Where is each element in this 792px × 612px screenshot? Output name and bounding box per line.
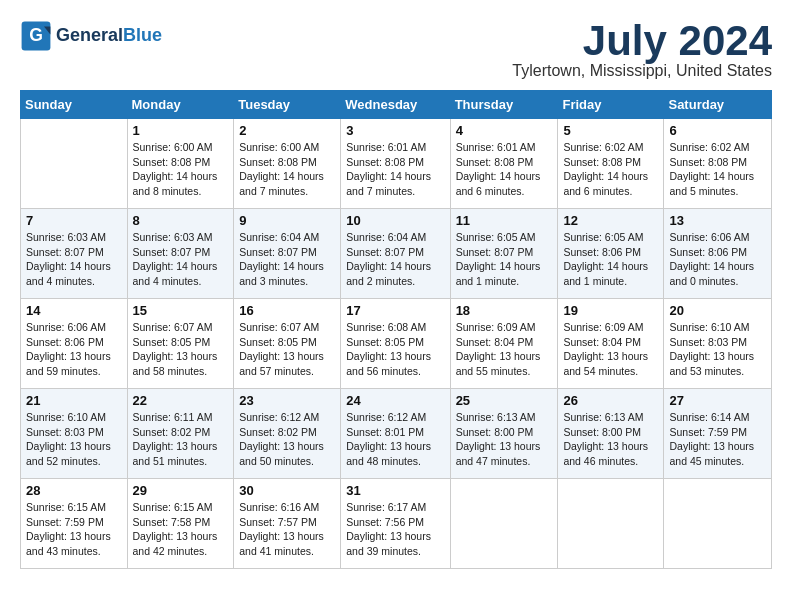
calendar-cell: 6Sunrise: 6:02 AMSunset: 8:08 PMDaylight… <box>664 119 772 209</box>
day-number: 8 <box>133 213 229 228</box>
day-number: 15 <box>133 303 229 318</box>
day-info: Sunrise: 6:13 AMSunset: 8:00 PMDaylight:… <box>456 410 553 469</box>
day-number: 10 <box>346 213 444 228</box>
day-info: Sunrise: 6:12 AMSunset: 8:01 PMDaylight:… <box>346 410 444 469</box>
day-number: 22 <box>133 393 229 408</box>
day-number: 6 <box>669 123 766 138</box>
calendar-cell <box>450 479 558 569</box>
page-header: G GeneralBlue July 2024 Tylertown, Missi… <box>20 20 772 80</box>
calendar-cell: 7Sunrise: 6:03 AMSunset: 8:07 PMDaylight… <box>21 209 128 299</box>
logo: G GeneralBlue <box>20 20 162 52</box>
calendar-week-4: 21Sunrise: 6:10 AMSunset: 8:03 PMDayligh… <box>21 389 772 479</box>
day-info: Sunrise: 6:05 AMSunset: 8:07 PMDaylight:… <box>456 230 553 289</box>
calendar-cell <box>664 479 772 569</box>
day-info: Sunrise: 6:05 AMSunset: 8:06 PMDaylight:… <box>563 230 658 289</box>
day-info: Sunrise: 6:01 AMSunset: 8:08 PMDaylight:… <box>456 140 553 199</box>
logo-text: GeneralBlue <box>56 26 162 46</box>
col-header-friday: Friday <box>558 91 664 119</box>
day-number: 21 <box>26 393 122 408</box>
calendar-cell: 22Sunrise: 6:11 AMSunset: 8:02 PMDayligh… <box>127 389 234 479</box>
calendar-cell: 20Sunrise: 6:10 AMSunset: 8:03 PMDayligh… <box>664 299 772 389</box>
day-number: 25 <box>456 393 553 408</box>
day-number: 9 <box>239 213 335 228</box>
day-info: Sunrise: 6:04 AMSunset: 8:07 PMDaylight:… <box>239 230 335 289</box>
month-title: July 2024 <box>512 20 772 62</box>
day-info: Sunrise: 6:11 AMSunset: 8:02 PMDaylight:… <box>133 410 229 469</box>
day-number: 4 <box>456 123 553 138</box>
calendar-cell: 24Sunrise: 6:12 AMSunset: 8:01 PMDayligh… <box>341 389 450 479</box>
calendar-cell: 1Sunrise: 6:00 AMSunset: 8:08 PMDaylight… <box>127 119 234 209</box>
calendar-week-2: 7Sunrise: 6:03 AMSunset: 8:07 PMDaylight… <box>21 209 772 299</box>
calendar-cell: 19Sunrise: 6:09 AMSunset: 8:04 PMDayligh… <box>558 299 664 389</box>
day-info: Sunrise: 6:15 AMSunset: 7:58 PMDaylight:… <box>133 500 229 559</box>
day-info: Sunrise: 6:02 AMSunset: 8:08 PMDaylight:… <box>563 140 658 199</box>
day-number: 29 <box>133 483 229 498</box>
calendar-cell: 23Sunrise: 6:12 AMSunset: 8:02 PMDayligh… <box>234 389 341 479</box>
day-number: 3 <box>346 123 444 138</box>
calendar-cell: 16Sunrise: 6:07 AMSunset: 8:05 PMDayligh… <box>234 299 341 389</box>
day-info: Sunrise: 6:03 AMSunset: 8:07 PMDaylight:… <box>26 230 122 289</box>
day-number: 19 <box>563 303 658 318</box>
location: Tylertown, Mississippi, United States <box>512 62 772 80</box>
day-number: 20 <box>669 303 766 318</box>
calendar-cell: 29Sunrise: 6:15 AMSunset: 7:58 PMDayligh… <box>127 479 234 569</box>
day-info: Sunrise: 6:12 AMSunset: 8:02 PMDaylight:… <box>239 410 335 469</box>
day-number: 24 <box>346 393 444 408</box>
day-number: 16 <box>239 303 335 318</box>
calendar-week-1: 1Sunrise: 6:00 AMSunset: 8:08 PMDaylight… <box>21 119 772 209</box>
day-info: Sunrise: 6:00 AMSunset: 8:08 PMDaylight:… <box>239 140 335 199</box>
col-header-tuesday: Tuesday <box>234 91 341 119</box>
col-header-wednesday: Wednesday <box>341 91 450 119</box>
calendar-cell: 18Sunrise: 6:09 AMSunset: 8:04 PMDayligh… <box>450 299 558 389</box>
day-info: Sunrise: 6:07 AMSunset: 8:05 PMDaylight:… <box>239 320 335 379</box>
day-number: 11 <box>456 213 553 228</box>
calendar-week-3: 14Sunrise: 6:06 AMSunset: 8:06 PMDayligh… <box>21 299 772 389</box>
col-header-sunday: Sunday <box>21 91 128 119</box>
calendar-cell: 5Sunrise: 6:02 AMSunset: 8:08 PMDaylight… <box>558 119 664 209</box>
day-info: Sunrise: 6:09 AMSunset: 8:04 PMDaylight:… <box>456 320 553 379</box>
day-info: Sunrise: 6:06 AMSunset: 8:06 PMDaylight:… <box>26 320 122 379</box>
day-info: Sunrise: 6:13 AMSunset: 8:00 PMDaylight:… <box>563 410 658 469</box>
day-info: Sunrise: 6:02 AMSunset: 8:08 PMDaylight:… <box>669 140 766 199</box>
day-info: Sunrise: 6:03 AMSunset: 8:07 PMDaylight:… <box>133 230 229 289</box>
col-header-thursday: Thursday <box>450 91 558 119</box>
calendar-cell <box>558 479 664 569</box>
day-number: 31 <box>346 483 444 498</box>
day-info: Sunrise: 6:00 AMSunset: 8:08 PMDaylight:… <box>133 140 229 199</box>
day-number: 1 <box>133 123 229 138</box>
calendar-cell: 3Sunrise: 6:01 AMSunset: 8:08 PMDaylight… <box>341 119 450 209</box>
day-number: 2 <box>239 123 335 138</box>
calendar-cell: 30Sunrise: 6:16 AMSunset: 7:57 PMDayligh… <box>234 479 341 569</box>
svg-text:G: G <box>29 25 43 45</box>
day-number: 26 <box>563 393 658 408</box>
calendar-header-row: SundayMondayTuesdayWednesdayThursdayFrid… <box>21 91 772 119</box>
day-number: 23 <box>239 393 335 408</box>
day-number: 18 <box>456 303 553 318</box>
day-info: Sunrise: 6:04 AMSunset: 8:07 PMDaylight:… <box>346 230 444 289</box>
day-number: 5 <box>563 123 658 138</box>
calendar-cell: 12Sunrise: 6:05 AMSunset: 8:06 PMDayligh… <box>558 209 664 299</box>
day-number: 7 <box>26 213 122 228</box>
calendar-cell: 4Sunrise: 6:01 AMSunset: 8:08 PMDaylight… <box>450 119 558 209</box>
day-info: Sunrise: 6:16 AMSunset: 7:57 PMDaylight:… <box>239 500 335 559</box>
calendar-cell: 14Sunrise: 6:06 AMSunset: 8:06 PMDayligh… <box>21 299 128 389</box>
day-info: Sunrise: 6:09 AMSunset: 8:04 PMDaylight:… <box>563 320 658 379</box>
calendar-week-5: 28Sunrise: 6:15 AMSunset: 7:59 PMDayligh… <box>21 479 772 569</box>
calendar-cell: 17Sunrise: 6:08 AMSunset: 8:05 PMDayligh… <box>341 299 450 389</box>
day-info: Sunrise: 6:10 AMSunset: 8:03 PMDaylight:… <box>669 320 766 379</box>
calendar-table: SundayMondayTuesdayWednesdayThursdayFrid… <box>20 90 772 569</box>
day-number: 14 <box>26 303 122 318</box>
day-number: 28 <box>26 483 122 498</box>
day-info: Sunrise: 6:01 AMSunset: 8:08 PMDaylight:… <box>346 140 444 199</box>
calendar-cell: 15Sunrise: 6:07 AMSunset: 8:05 PMDayligh… <box>127 299 234 389</box>
calendar-cell: 26Sunrise: 6:13 AMSunset: 8:00 PMDayligh… <box>558 389 664 479</box>
calendar-cell: 21Sunrise: 6:10 AMSunset: 8:03 PMDayligh… <box>21 389 128 479</box>
calendar-cell: 27Sunrise: 6:14 AMSunset: 7:59 PMDayligh… <box>664 389 772 479</box>
calendar-cell: 13Sunrise: 6:06 AMSunset: 8:06 PMDayligh… <box>664 209 772 299</box>
title-area: July 2024 Tylertown, Mississippi, United… <box>512 20 772 80</box>
day-number: 12 <box>563 213 658 228</box>
calendar-cell: 8Sunrise: 6:03 AMSunset: 8:07 PMDaylight… <box>127 209 234 299</box>
day-info: Sunrise: 6:10 AMSunset: 8:03 PMDaylight:… <box>26 410 122 469</box>
calendar-cell: 11Sunrise: 6:05 AMSunset: 8:07 PMDayligh… <box>450 209 558 299</box>
day-info: Sunrise: 6:15 AMSunset: 7:59 PMDaylight:… <box>26 500 122 559</box>
